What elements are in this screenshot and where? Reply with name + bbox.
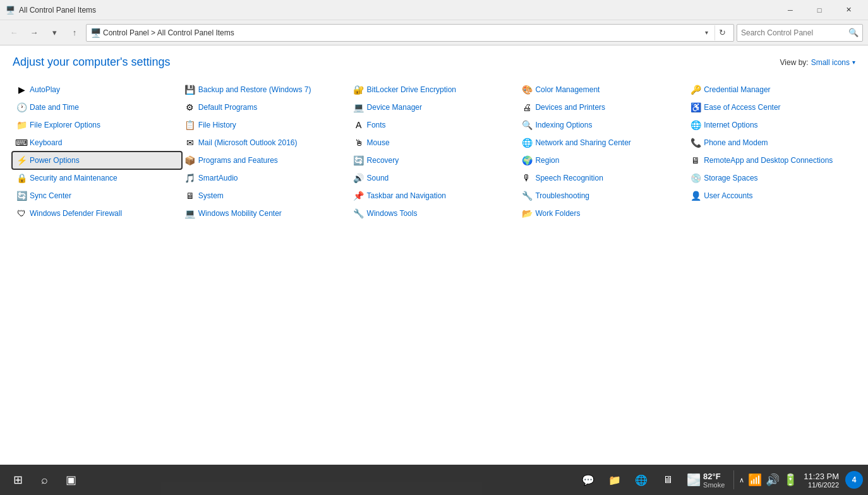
address-dropdown-arrow[interactable]: ▾ <box>704 28 709 37</box>
item-label: Device Manager <box>367 103 422 112</box>
search-icon: 🔍 <box>848 28 859 37</box>
maximize-button[interactable]: □ <box>805 0 834 20</box>
item-label: Recovery <box>367 156 399 165</box>
control-panel-item[interactable]: 📂Work Folders <box>518 205 687 222</box>
control-panel-item[interactable]: 🛡Windows Defender Firewall <box>13 205 181 222</box>
item-label: Keyboard <box>30 138 62 147</box>
control-panel-item[interactable]: 🌐Internet Options <box>687 117 855 133</box>
battery-icon[interactable]: 🔋 <box>783 473 797 487</box>
window-controls: ─ □ ✕ <box>776 0 863 20</box>
item-icon: 👤 <box>690 191 701 201</box>
item-label: Default Programs <box>198 103 257 112</box>
item-label: Internet Options <box>704 121 757 129</box>
control-panel-item[interactable]: 📞Phone and Modem <box>687 134 855 151</box>
control-panel-item[interactable]: 🎵SmartAudio <box>181 170 350 186</box>
control-panel-item[interactable]: 🔄Recovery <box>350 152 519 169</box>
weather-widget[interactable]: 🌫️ 82°F Smoke <box>683 469 728 491</box>
item-label: Credential Manager <box>704 85 770 94</box>
item-icon: 🔐 <box>354 85 364 95</box>
control-panel-item[interactable]: 🔑Credential Manager <box>687 81 855 98</box>
control-panel-item[interactable]: 💻Device Manager <box>350 99 519 116</box>
control-panel-item[interactable]: ⚙Default Programs <box>181 99 350 116</box>
refresh-button[interactable]: ↻ <box>714 25 730 40</box>
close-button[interactable]: ✕ <box>834 0 863 20</box>
volume-icon[interactable]: 🔊 <box>766 473 780 487</box>
window-icon: 🖥️ <box>5 5 15 15</box>
control-panel-item[interactable]: 🌍Region <box>518 152 687 169</box>
control-panel-item[interactable]: 🔧Troubleshooting <box>518 188 687 204</box>
control-panel-item[interactable]: 📁File Explorer Options <box>13 117 181 133</box>
taskbar-app-chrome[interactable]: 🌐 <box>629 467 654 492</box>
control-panel-item[interactable]: 🖥RemoteApp and Desktop Connections <box>687 152 855 169</box>
start-button[interactable]: ⊞ <box>5 467 30 492</box>
forward-button[interactable]: → <box>25 24 43 42</box>
item-label: Programs and Features <box>198 156 278 165</box>
search-input[interactable] <box>741 28 846 37</box>
control-panel-item[interactable]: 📌Taskbar and Navigation <box>350 188 519 204</box>
clock[interactable]: 11:23 PM 11/6/2022 <box>801 470 841 490</box>
item-label: File Explorer Options <box>30 121 100 129</box>
item-label: AutoPlay <box>30 85 60 94</box>
item-icon: 🖥 <box>690 155 701 165</box>
control-panel-item[interactable]: 🎙Speech Recognition <box>518 170 687 186</box>
dropdown-button[interactable]: ▾ <box>45 24 63 42</box>
item-icon: 🖱 <box>354 138 364 148</box>
wifi-icon[interactable]: 📶 <box>748 473 762 487</box>
control-panel-item[interactable]: ♿Ease of Access Center <box>687 99 855 116</box>
item-icon: ⚡ <box>16 155 27 165</box>
control-panel-item[interactable]: 🔒Security and Maintenance <box>13 170 181 186</box>
control-panel-item[interactable]: 💿Storage Spaces <box>687 170 855 186</box>
taskbar-app-explorer[interactable]: 📁 <box>602 467 627 492</box>
item-label: Troubleshooting <box>535 191 589 200</box>
minimize-button[interactable]: ─ <box>776 0 805 20</box>
search-taskbar-button[interactable]: ⌕ <box>32 467 57 492</box>
control-panel-item[interactable]: 📋File History <box>181 117 350 133</box>
view-by-control[interactable]: View by: Small icons ▾ <box>780 58 856 67</box>
item-label: BitLocker Drive Encryption <box>367 85 456 94</box>
control-panel-item[interactable]: 📦Programs and Features <box>181 152 350 169</box>
control-panel-item[interactable]: 🔧Windows Tools <box>350 205 519 222</box>
control-panel-item[interactable]: 🖱Mouse <box>350 134 519 151</box>
item-label: Taskbar and Navigation <box>367 191 446 200</box>
item-icon: 🛡 <box>16 208 27 218</box>
control-panel-item[interactable]: ⚡Power Options <box>13 152 181 169</box>
back-button[interactable]: ← <box>5 24 23 42</box>
notification-badge[interactable]: 4 <box>845 471 863 489</box>
control-panel-item[interactable]: 🖨Devices and Printers <box>518 99 687 116</box>
control-panel-item[interactable]: 💾Backup and Restore (Windows 7) <box>181 81 350 98</box>
up-button[interactable]: ↑ <box>66 24 83 42</box>
control-panel-item[interactable]: 💻Windows Mobility Center <box>181 205 350 222</box>
item-label: Network and Sharing Center <box>535 138 630 147</box>
task-view-button[interactable]: ▣ <box>58 467 83 492</box>
control-panel-item[interactable]: 🔄Sync Center <box>13 188 181 204</box>
control-panel-item[interactable]: ✉Mail (Microsoft Outlook 2016) <box>181 134 350 151</box>
control-panel-item[interactable]: ▶AutoPlay <box>13 81 181 98</box>
item-label: File History <box>198 121 236 129</box>
taskbar-overflow-arrow[interactable]: ∧ <box>739 476 744 484</box>
control-panel-item[interactable]: 🎨Color Management <box>518 81 687 98</box>
control-panel-item[interactable]: 👤User Accounts <box>687 188 855 204</box>
item-icon: ⌨ <box>16 138 27 148</box>
control-panel-item[interactable]: 🔐BitLocker Drive Encryption <box>350 81 519 98</box>
address-icon: 🖥️ <box>90 28 100 38</box>
item-icon: ♿ <box>690 102 701 112</box>
view-by-value[interactable]: Small icons <box>811 58 850 67</box>
item-icon: 🔊 <box>354 173 364 183</box>
item-icon: 💻 <box>354 102 364 112</box>
taskbar-app-remote[interactable]: 🖥 <box>655 467 680 492</box>
item-label: Windows Tools <box>367 209 418 218</box>
item-label: Sound <box>367 174 389 182</box>
search-bar[interactable]: 🔍 <box>737 24 863 42</box>
taskbar-right: 🌫️ 82°F Smoke ∧ 📶 🔊 🔋 11:23 PM 11/6/2022… <box>683 469 863 491</box>
control-panel-item[interactable]: 🕐Date and Time <box>13 99 181 116</box>
control-panel-item[interactable]: AFonts <box>350 117 519 133</box>
view-by-arrow[interactable]: ▾ <box>852 59 855 66</box>
control-panel-item[interactable]: 🖥System <box>181 188 350 204</box>
control-panel-item[interactable]: ⌨Keyboard <box>13 134 181 151</box>
control-panel-item[interactable]: 🔊Sound <box>350 170 519 186</box>
taskbar-app-meet[interactable]: 💬 <box>576 467 601 492</box>
control-panel-item[interactable]: 🌐Network and Sharing Center <box>518 134 687 151</box>
item-label: Ease of Access Center <box>704 103 780 112</box>
control-panel-item[interactable]: 🔍Indexing Options <box>518 117 687 133</box>
address-bar[interactable]: 🖥️ Control Panel > All Control Panel Ite… <box>86 24 734 42</box>
